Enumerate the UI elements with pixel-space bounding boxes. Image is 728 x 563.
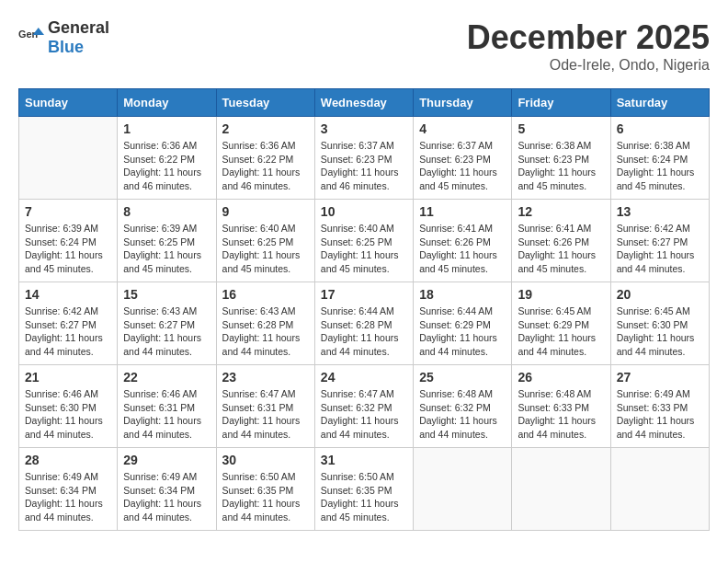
day-number: 1 (123, 121, 210, 136)
day-number: 11 (419, 204, 506, 219)
calendar-cell: 16Sunrise: 6:43 AM Sunset: 6:28 PM Dayli… (216, 282, 314, 365)
day-number: 31 (321, 453, 407, 467)
calendar-header-monday: Monday (118, 89, 216, 117)
page-header: Gen General Blue December 2025 Ode-Irele… (18, 18, 710, 74)
calendar-cell (414, 448, 512, 531)
day-number: 16 (222, 287, 309, 302)
day-info: Sunrise: 6:47 AM Sunset: 6:32 PM Dayligh… (321, 387, 407, 442)
calendar-cell: 13Sunrise: 6:42 AM Sunset: 6:27 PM Dayli… (610, 200, 709, 282)
day-number: 20 (617, 287, 703, 302)
calendar-cell (512, 448, 610, 531)
calendar-header-sunday: Sunday (19, 89, 118, 117)
calendar-week-row: 21Sunrise: 6:46 AM Sunset: 6:30 PM Dayli… (19, 365, 710, 448)
calendar-cell: 23Sunrise: 6:47 AM Sunset: 6:31 PM Dayli… (216, 365, 314, 448)
day-number: 3 (321, 121, 407, 136)
calendar-cell: 29Sunrise: 6:49 AM Sunset: 6:34 PM Dayli… (118, 448, 216, 531)
calendar-cell: 28Sunrise: 6:49 AM Sunset: 6:34 PM Dayli… (19, 448, 118, 531)
day-info: Sunrise: 6:50 AM Sunset: 6:35 PM Dayligh… (321, 470, 407, 524)
day-number: 4 (419, 121, 506, 136)
month-year-title: December 2025 (467, 18, 710, 57)
day-info: Sunrise: 6:43 AM Sunset: 6:27 PM Dayligh… (123, 304, 210, 359)
day-info: Sunrise: 6:36 AM Sunset: 6:22 PM Dayligh… (222, 139, 309, 193)
calendar-cell: 11Sunrise: 6:41 AM Sunset: 6:26 PM Dayli… (414, 200, 512, 282)
day-info: Sunrise: 6:37 AM Sunset: 6:23 PM Dayligh… (321, 139, 407, 193)
calendar-cell: 25Sunrise: 6:48 AM Sunset: 6:32 PM Dayli… (414, 365, 512, 448)
day-number: 30 (222, 453, 309, 467)
day-number: 25 (419, 370, 506, 385)
day-number: 29 (123, 453, 210, 467)
day-number: 27 (617, 370, 703, 385)
day-info: Sunrise: 6:50 AM Sunset: 6:35 PM Dayligh… (222, 470, 309, 524)
day-info: Sunrise: 6:38 AM Sunset: 6:23 PM Dayligh… (518, 139, 604, 193)
day-number: 19 (518, 287, 604, 302)
logo-general: General (48, 18, 109, 37)
calendar-week-row: 28Sunrise: 6:49 AM Sunset: 6:34 PM Dayli… (19, 448, 710, 531)
calendar-cell: 30Sunrise: 6:50 AM Sunset: 6:35 PM Dayli… (216, 448, 314, 531)
day-info: Sunrise: 6:40 AM Sunset: 6:25 PM Dayligh… (222, 222, 309, 276)
day-info: Sunrise: 6:40 AM Sunset: 6:25 PM Dayligh… (321, 222, 407, 276)
day-info: Sunrise: 6:37 AM Sunset: 6:23 PM Dayligh… (419, 139, 506, 193)
location-subtitle: Ode-Irele, Ondo, Nigeria (467, 57, 710, 74)
day-info: Sunrise: 6:42 AM Sunset: 6:27 PM Dayligh… (25, 304, 111, 359)
day-info: Sunrise: 6:41 AM Sunset: 6:26 PM Dayligh… (419, 222, 506, 276)
calendar-cell: 4Sunrise: 6:37 AM Sunset: 6:23 PM Daylig… (414, 117, 512, 200)
calendar-cell: 8Sunrise: 6:39 AM Sunset: 6:25 PM Daylig… (118, 200, 216, 282)
day-number: 22 (123, 370, 210, 385)
calendar-cell: 14Sunrise: 6:42 AM Sunset: 6:27 PM Dayli… (19, 282, 118, 365)
calendar-week-row: 1Sunrise: 6:36 AM Sunset: 6:22 PM Daylig… (19, 117, 710, 200)
day-number: 14 (25, 287, 111, 302)
day-number: 23 (222, 370, 309, 385)
day-number: 18 (419, 287, 506, 302)
calendar-cell: 20Sunrise: 6:45 AM Sunset: 6:30 PM Dayli… (610, 282, 709, 365)
calendar-cell (610, 448, 709, 531)
calendar-cell (19, 117, 118, 200)
day-number: 21 (25, 370, 111, 385)
day-info: Sunrise: 6:49 AM Sunset: 6:33 PM Dayligh… (617, 387, 703, 442)
day-number: 9 (222, 204, 309, 219)
calendar-cell: 1Sunrise: 6:36 AM Sunset: 6:22 PM Daylig… (118, 117, 216, 200)
calendar-table: SundayMondayTuesdayWednesdayThursdayFrid… (18, 88, 710, 531)
day-info: Sunrise: 6:45 AM Sunset: 6:29 PM Dayligh… (518, 304, 604, 359)
day-info: Sunrise: 6:36 AM Sunset: 6:22 PM Dayligh… (123, 139, 210, 193)
day-info: Sunrise: 6:39 AM Sunset: 6:24 PM Dayligh… (25, 222, 111, 276)
day-number: 17 (321, 287, 407, 302)
calendar-header-row: SundayMondayTuesdayWednesdayThursdayFrid… (19, 89, 710, 117)
calendar-cell: 22Sunrise: 6:46 AM Sunset: 6:31 PM Dayli… (118, 365, 216, 448)
day-info: Sunrise: 6:49 AM Sunset: 6:34 PM Dayligh… (25, 470, 111, 524)
calendar-cell: 19Sunrise: 6:45 AM Sunset: 6:29 PM Dayli… (512, 282, 610, 365)
calendar-header-wednesday: Wednesday (314, 89, 413, 117)
logo-blue: Blue (48, 38, 84, 56)
day-number: 13 (617, 204, 703, 219)
calendar-cell: 12Sunrise: 6:41 AM Sunset: 6:26 PM Dayli… (512, 200, 610, 282)
day-info: Sunrise: 6:44 AM Sunset: 6:29 PM Dayligh… (419, 304, 506, 359)
day-info: Sunrise: 6:49 AM Sunset: 6:34 PM Dayligh… (123, 470, 210, 524)
calendar-header-saturday: Saturday (610, 89, 709, 117)
calendar-header-thursday: Thursday (414, 89, 512, 117)
calendar-cell: 15Sunrise: 6:43 AM Sunset: 6:27 PM Dayli… (118, 282, 216, 365)
day-number: 24 (321, 370, 407, 385)
calendar-cell: 3Sunrise: 6:37 AM Sunset: 6:23 PM Daylig… (314, 117, 413, 200)
day-number: 26 (518, 370, 604, 385)
logo: Gen General Blue (18, 18, 109, 57)
calendar-cell: 21Sunrise: 6:46 AM Sunset: 6:30 PM Dayli… (19, 365, 118, 448)
day-number: 10 (321, 204, 407, 219)
day-info: Sunrise: 6:39 AM Sunset: 6:25 PM Dayligh… (123, 222, 210, 276)
day-info: Sunrise: 6:41 AM Sunset: 6:26 PM Dayligh… (518, 222, 604, 276)
calendar-header-friday: Friday (512, 89, 610, 117)
day-number: 7 (25, 204, 111, 219)
calendar-cell: 5Sunrise: 6:38 AM Sunset: 6:23 PM Daylig… (512, 117, 610, 200)
day-number: 2 (222, 121, 309, 136)
calendar-cell: 31Sunrise: 6:50 AM Sunset: 6:35 PM Dayli… (314, 448, 413, 531)
calendar-cell: 24Sunrise: 6:47 AM Sunset: 6:32 PM Dayli… (314, 365, 413, 448)
calendar-body: 1Sunrise: 6:36 AM Sunset: 6:22 PM Daylig… (19, 117, 710, 531)
calendar-cell: 9Sunrise: 6:40 AM Sunset: 6:25 PM Daylig… (216, 200, 314, 282)
day-info: Sunrise: 6:47 AM Sunset: 6:31 PM Dayligh… (222, 387, 309, 442)
day-info: Sunrise: 6:46 AM Sunset: 6:31 PM Dayligh… (123, 387, 210, 442)
day-number: 6 (617, 121, 703, 136)
calendar-cell: 17Sunrise: 6:44 AM Sunset: 6:28 PM Dayli… (314, 282, 413, 365)
title-block: December 2025 Ode-Irele, Ondo, Nigeria (467, 18, 710, 74)
day-info: Sunrise: 6:42 AM Sunset: 6:27 PM Dayligh… (617, 222, 703, 276)
day-number: 15 (123, 287, 210, 302)
day-info: Sunrise: 6:44 AM Sunset: 6:28 PM Dayligh… (321, 304, 407, 359)
day-info: Sunrise: 6:46 AM Sunset: 6:30 PM Dayligh… (25, 387, 111, 442)
